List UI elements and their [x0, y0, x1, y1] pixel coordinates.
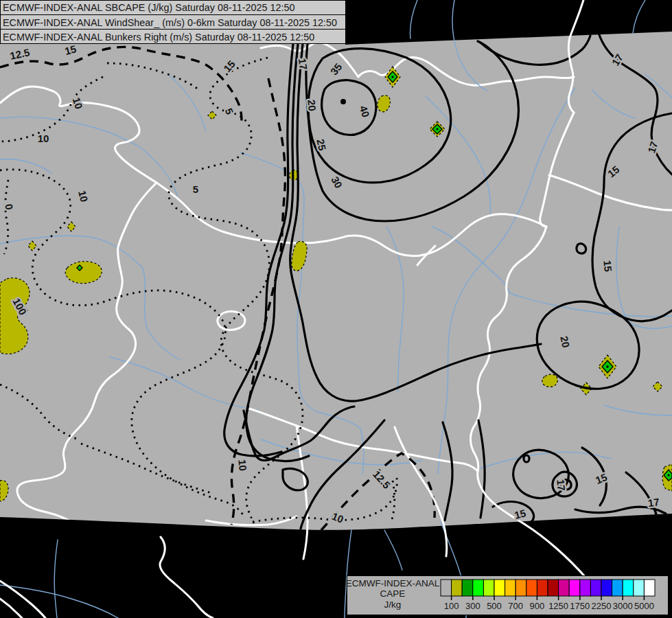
legend-color-cell [441, 580, 452, 596]
contour-label: 15 [601, 260, 614, 272]
legend-tick-label: 100 [444, 601, 459, 611]
legend-color-cell [559, 580, 570, 596]
legend-color-cell [612, 580, 623, 596]
title-sbcape-text: ECMWF-INDEX-ANAL SBCAPE (J/kg) Saturday … [3, 2, 294, 13]
contour-label: 17 [647, 496, 660, 509]
legend-title-line2: CAPE [380, 588, 406, 599]
contour-label: 10 [236, 459, 249, 471]
legend-color-cell [634, 580, 645, 596]
title-bars: ECMWF-INDEX-ANAL SBCAPE (J/kg) Saturday … [1, 1, 346, 44]
legend-tick-label: 1250 [548, 601, 568, 611]
weather-map-canvas: 12.5 15 15 17 20 25 30 35 40 17 17 15 15… [0, 0, 672, 618]
contour-max-dot [340, 99, 346, 104]
legend-color-cell [452, 580, 463, 596]
contour-label: 5 [193, 183, 198, 195]
legend-color-cell [601, 580, 612, 596]
legend-tick-label: 300 [465, 601, 480, 611]
legend-tick-label: 5000 [634, 601, 654, 611]
legend-color-cell [590, 580, 601, 596]
legend-tick-label: 900 [530, 601, 545, 611]
contour-label: 20 [305, 99, 318, 111]
legend-color-cell [644, 580, 655, 596]
contour-label: 20 [558, 335, 572, 349]
legend-color-cell [548, 580, 559, 596]
legend-color-cell [473, 580, 484, 596]
legend-tick-label: 3000 [613, 601, 633, 611]
cape-legend: ECMWF-INDEX-ANAL CAPE J/kg 1003005007009… [346, 576, 669, 615]
legend-color-cell [505, 580, 516, 596]
legend-color-cell [623, 580, 634, 596]
legend-tick-label: 500 [487, 601, 502, 611]
legend-color-cell [515, 580, 526, 596]
contour-label: 17 [297, 58, 310, 71]
legend-tick-label: 700 [508, 601, 523, 611]
contour-label: 17 [555, 479, 568, 491]
weather-map-screenshot: 12.5 15 15 17 20 25 30 35 40 17 17 15 15… [0, 0, 672, 618]
title-bunkers-text: ECMWF-INDEX-ANAL Bunkers Right (m/s) Sat… [3, 32, 314, 43]
title-windshear-text: ECMWF-INDEX-ANAL WindShear_ (m/s) 0-6km … [3, 17, 337, 28]
legend-tick-label: 1750 [570, 601, 590, 611]
legend-color-cell [537, 580, 548, 596]
legend-color-cell [483, 580, 494, 596]
legend-color-cell [462, 580, 473, 596]
contour-label: 25 [314, 138, 328, 152]
legend-color-cell [569, 580, 580, 596]
legend-tick-label: 2250 [592, 601, 612, 611]
legend-color-cell [494, 580, 505, 596]
legend-color-cell [526, 580, 537, 596]
legend-title-line3: J/kg [384, 599, 402, 610]
contour-label: 10 [38, 133, 49, 144]
legend-title-line1: ECMWF-INDEX-ANAL [346, 578, 440, 588]
legend-color-cell [580, 580, 591, 596]
